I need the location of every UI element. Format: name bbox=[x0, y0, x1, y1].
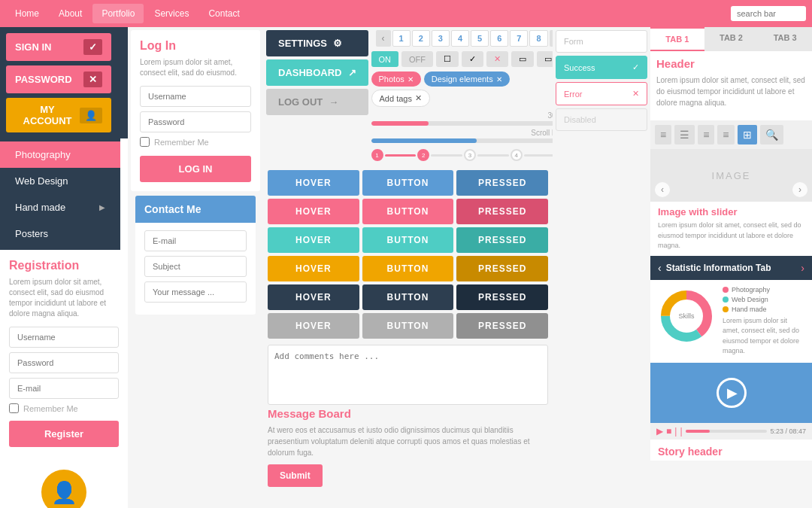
contact-message-input[interactable] bbox=[144, 281, 247, 303]
tag-photos-remove[interactable]: ✕ bbox=[408, 75, 414, 84]
toggle-on-button[interactable]: ON bbox=[371, 51, 399, 67]
login-button[interactable]: LOG IN bbox=[140, 156, 251, 182]
scroll-bar-blue[interactable] bbox=[371, 138, 553, 143]
pressed-teal-button[interactable]: PRESSED bbox=[456, 227, 548, 253]
toggle-square-button[interactable]: ▭ bbox=[511, 51, 534, 67]
remember-me-checkbox[interactable] bbox=[9, 403, 19, 413]
dropdown-item-webdesign[interactable]: Web Design bbox=[0, 168, 120, 194]
slider-dot-4[interactable]: 4 bbox=[511, 149, 523, 161]
contact-email-input[interactable] bbox=[144, 230, 247, 251]
dropdown-item-photography[interactable]: Photography bbox=[0, 141, 120, 168]
button-pink-button[interactable]: BUTTON bbox=[362, 199, 454, 224]
dropdown-item-handmade[interactable]: Hand made ▶ bbox=[0, 194, 120, 221]
dashboard-button[interactable]: DASHBOARD ↗ bbox=[266, 59, 368, 86]
dropdown-item-posters[interactable]: Posters bbox=[0, 221, 120, 247]
tag-add[interactable]: Add tags ✕ bbox=[371, 90, 430, 107]
middle-left-column: Log In Lorem ipsum dolor sit amet, conse… bbox=[128, 27, 263, 508]
nav-portfolio[interactable]: Portfolio bbox=[92, 4, 144, 23]
align-left-button[interactable]: ≡ bbox=[655, 125, 671, 144]
video-time: 5:23 / 08:47 bbox=[770, 427, 806, 435]
tab-3[interactable]: TAB 3 bbox=[758, 27, 812, 51]
slider-dot-2[interactable]: 2 bbox=[417, 149, 429, 161]
nav-search-input[interactable] bbox=[731, 6, 806, 21]
button-yellow-button[interactable]: BUTTON bbox=[362, 256, 454, 281]
search-toolbar-button[interactable]: 🔍 bbox=[760, 125, 783, 144]
login-remember-checkbox[interactable] bbox=[140, 137, 150, 147]
form-disabled: Disabled bbox=[556, 108, 647, 131]
video-stop-ctrl[interactable]: ■ bbox=[666, 426, 671, 437]
toggle-off-button[interactable]: OFF bbox=[401, 51, 433, 67]
hover-teal-button[interactable]: HOVER bbox=[268, 227, 359, 253]
justify-button[interactable]: ≡ bbox=[717, 125, 734, 144]
image-next-button[interactable]: › bbox=[792, 182, 807, 197]
slider-track-2 bbox=[431, 154, 462, 157]
sign-in-button[interactable]: SIGN IN ✓ bbox=[6, 33, 111, 61]
hover-pink-button[interactable]: HOVER bbox=[268, 199, 359, 224]
toggle-square2-button[interactable]: ▭ bbox=[537, 51, 553, 67]
nav-bar: Home About Portfolio Services Contact bbox=[0, 0, 812, 27]
nav-prev-button[interactable]: ‹ bbox=[376, 30, 391, 47]
stat-tab-prev[interactable]: ‹ bbox=[658, 262, 662, 274]
hover-blue-button[interactable]: HOVER bbox=[268, 170, 359, 196]
nav-num-8[interactable]: 8 bbox=[529, 30, 547, 47]
toggle-x-button[interactable]: ✕ bbox=[486, 51, 508, 67]
hover-dark-button[interactable]: HOVER bbox=[268, 284, 359, 310]
button-gray-button[interactable]: BUTTON bbox=[362, 313, 454, 339]
logout-button[interactable]: LOG OUT → bbox=[266, 89, 368, 115]
form-normal[interactable]: Form bbox=[556, 30, 647, 53]
image-prev-button[interactable]: ‹ bbox=[655, 182, 670, 197]
toggle-check-button[interactable]: ☐ bbox=[436, 51, 459, 67]
login-username-input[interactable] bbox=[140, 86, 251, 107]
pressed-pink-button[interactable]: PRESSED bbox=[456, 199, 548, 224]
nav-num-7[interactable]: 7 bbox=[510, 30, 528, 47]
chevron-right-icon: ▶ bbox=[99, 203, 105, 211]
play-button[interactable]: ▶ bbox=[717, 378, 747, 408]
password-button[interactable]: PASSWORD ✕ bbox=[6, 65, 111, 93]
nav-num-4[interactable]: 4 bbox=[451, 30, 469, 47]
button-teal-button[interactable]: BUTTON bbox=[362, 227, 454, 253]
comment-textarea[interactable] bbox=[268, 345, 548, 405]
toggle-checkmark-button[interactable]: ✓ bbox=[462, 51, 483, 67]
button-blue-button[interactable]: BUTTON bbox=[362, 170, 454, 196]
slider-dot-3[interactable]: 3 bbox=[464, 149, 476, 161]
contact-subject-input[interactable] bbox=[144, 256, 247, 277]
video-progress-bar[interactable] bbox=[686, 430, 768, 433]
pressed-dark-button[interactable]: PRESSED bbox=[456, 284, 548, 310]
nav-num-1[interactable]: 1 bbox=[392, 30, 411, 47]
scroll-fill bbox=[371, 138, 477, 143]
nav-home[interactable]: Home bbox=[6, 4, 48, 23]
my-account-button[interactable]: MY ACCOUNT 👤 bbox=[6, 98, 111, 132]
tab-1[interactable]: TAB 1 bbox=[650, 27, 704, 51]
nav-contact[interactable]: Contact bbox=[199, 4, 248, 23]
nav-num-3[interactable]: 3 bbox=[432, 30, 450, 47]
message-submit-button[interactable]: Submit bbox=[268, 464, 323, 487]
register-button[interactable]: Register bbox=[9, 421, 119, 447]
pressed-yellow-button[interactable]: PRESSED bbox=[456, 256, 548, 281]
registration-email-input[interactable] bbox=[9, 378, 119, 399]
stat-tab-next[interactable]: › bbox=[801, 262, 804, 274]
nav-num-2[interactable]: 2 bbox=[412, 30, 430, 47]
button-dark-button[interactable]: BUTTON bbox=[362, 284, 454, 310]
pressed-blue-button[interactable]: PRESSED bbox=[456, 170, 548, 196]
form-error: Error ✕ bbox=[556, 82, 647, 105]
nav-services[interactable]: Services bbox=[145, 4, 198, 23]
hover-yellow-button[interactable]: HOVER bbox=[268, 256, 359, 281]
hover-gray-button[interactable]: HOVER bbox=[268, 313, 359, 339]
align-center-button[interactable]: ☰ bbox=[674, 125, 695, 144]
tab-2[interactable]: TAB 2 bbox=[704, 27, 759, 51]
nav-about[interactable]: About bbox=[50, 4, 91, 23]
registration-username-input[interactable] bbox=[9, 327, 119, 348]
align-right-button[interactable]: ≡ bbox=[698, 125, 714, 144]
registration-password-input[interactable] bbox=[9, 352, 119, 373]
nav-num-6[interactable]: 6 bbox=[490, 30, 508, 47]
login-password-input[interactable] bbox=[140, 111, 251, 132]
nav-num-5[interactable]: 5 bbox=[471, 30, 489, 47]
settings-button[interactable]: SETTINGS ⚙ bbox=[266, 30, 368, 56]
video-bar1[interactable]: | bbox=[674, 426, 677, 437]
tag-design-remove[interactable]: ✕ bbox=[496, 75, 502, 84]
slider-dot-1[interactable]: 1 bbox=[371, 149, 383, 161]
video-play-ctrl[interactable]: ▶ bbox=[656, 426, 663, 437]
grid-button[interactable]: ⊞ bbox=[738, 125, 757, 144]
video-bar2[interactable]: | bbox=[680, 426, 682, 437]
pressed-gray-button[interactable]: PRESSED bbox=[456, 313, 548, 339]
